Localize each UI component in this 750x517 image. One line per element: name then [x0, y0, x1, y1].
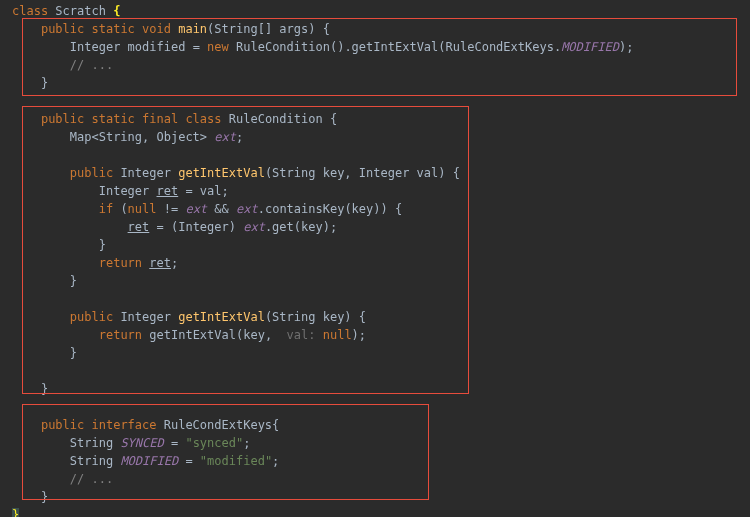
- code-line: public interface RuleCondExtKeys{: [0, 416, 750, 434]
- code-line: [0, 92, 750, 110]
- code-line: [0, 398, 750, 416]
- code-line: }: [0, 236, 750, 254]
- code-line: }: [0, 506, 750, 517]
- code-editor[interactable]: class Scratch { public static void main(…: [0, 2, 750, 517]
- code-line: String MODIFIED = "modified";: [0, 452, 750, 470]
- code-line: return ret;: [0, 254, 750, 272]
- code-line: }: [0, 380, 750, 398]
- code-line: public Integer getIntExtVal(String key) …: [0, 308, 750, 326]
- code-line: Integer ret = val;: [0, 182, 750, 200]
- code-line: ret = (Integer) ext.get(key);: [0, 218, 750, 236]
- code-line: return getIntExtVal(key, val: null);: [0, 326, 750, 344]
- code-line: [0, 146, 750, 164]
- code-line: public static void main(String[] args) {: [0, 20, 750, 38]
- code-line: Map<String, Object> ext;: [0, 128, 750, 146]
- code-line: public Integer getIntExtVal(String key, …: [0, 164, 750, 182]
- code-line: String SYNCED = "synced";: [0, 434, 750, 452]
- code-line: }: [0, 272, 750, 290]
- code-line: [0, 362, 750, 380]
- code-line: public static final class RuleCondition …: [0, 110, 750, 128]
- code-line: class Scratch {: [0, 2, 750, 20]
- code-line: // ...: [0, 470, 750, 488]
- code-line: }: [0, 488, 750, 506]
- code-line: [0, 290, 750, 308]
- code-line: if (null != ext && ext.containsKey(key))…: [0, 200, 750, 218]
- code-line: // ...: [0, 56, 750, 74]
- code-line: Integer modified = new RuleCondition().g…: [0, 38, 750, 56]
- code-line: }: [0, 344, 750, 362]
- code-line: }: [0, 74, 750, 92]
